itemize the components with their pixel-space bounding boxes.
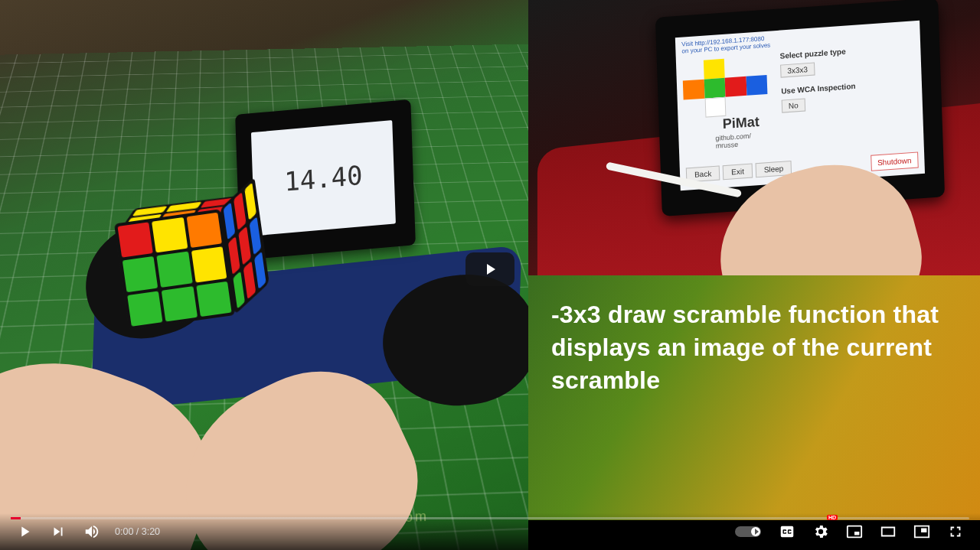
next-icon — [50, 523, 67, 540]
overlay-caption: -3x3 draw scramble function that display… — [551, 298, 957, 398]
video-frame: www.hakidd.com 14.40 — [0, 0, 980, 550]
device-timer-display: 14.40 — [251, 120, 396, 236]
settings-button[interactable]: HD — [807, 518, 835, 545]
player-controls: 0:00 / 3:20 HD — [0, 513, 980, 550]
pip-icon — [913, 523, 930, 540]
device2-right-col: Select puzzle type 3x3x3 Use WCA Inspect… — [779, 42, 917, 145]
play-icon — [16, 523, 33, 540]
fullscreen-icon — [947, 523, 964, 540]
play-button[interactable] — [11, 518, 38, 545]
volume-button[interactable] — [78, 518, 106, 545]
fullscreen-button[interactable] — [942, 518, 969, 545]
pip-button[interactable] — [908, 518, 936, 545]
miniplayer-button[interactable] — [841, 518, 868, 545]
volume-icon — [83, 523, 100, 540]
device2-screen: Visit http://192.168.1.177:8080 on your … — [675, 21, 925, 190]
time-display: 0:00 / 3:20 — [115, 526, 160, 537]
miniplayer-icon — [846, 523, 863, 540]
shutdown-button[interactable]: Shutdown — [871, 151, 919, 171]
large-play-button[interactable] — [466, 252, 514, 286]
captions-icon — [779, 523, 795, 540]
gear-icon — [812, 523, 829, 540]
next-button[interactable] — [44, 518, 72, 545]
cube-front-face — [114, 209, 235, 330]
play-icon — [481, 260, 499, 278]
rubiks-cube — [114, 206, 261, 353]
timer-value: 14.40 — [284, 159, 363, 197]
captions-button[interactable] — [773, 518, 801, 545]
inspection-select[interactable]: No — [782, 98, 805, 112]
puzzle-type-select[interactable]: 3x3x3 — [780, 62, 815, 77]
video-left-pane: www.hakidd.com 14.40 — [0, 0, 528, 550]
theater-button[interactable] — [874, 518, 902, 545]
video-right-upper-pane: Visit http://192.168.1.177:8080 on your … — [528, 0, 980, 275]
theater-icon — [880, 523, 897, 540]
device2-left-col: PiMat github.com/ mrusse — [682, 52, 777, 151]
autoplay-toggle[interactable] — [735, 526, 761, 537]
cube-unfold-diagram — [682, 56, 768, 119]
device2-repo: github.com/ mrusse — [715, 130, 777, 150]
hd-badge: HD — [827, 515, 838, 520]
exit-button[interactable]: Exit — [723, 164, 753, 181]
video-right-lower-overlay: -3x3 draw scramble function that display… — [528, 275, 980, 520]
